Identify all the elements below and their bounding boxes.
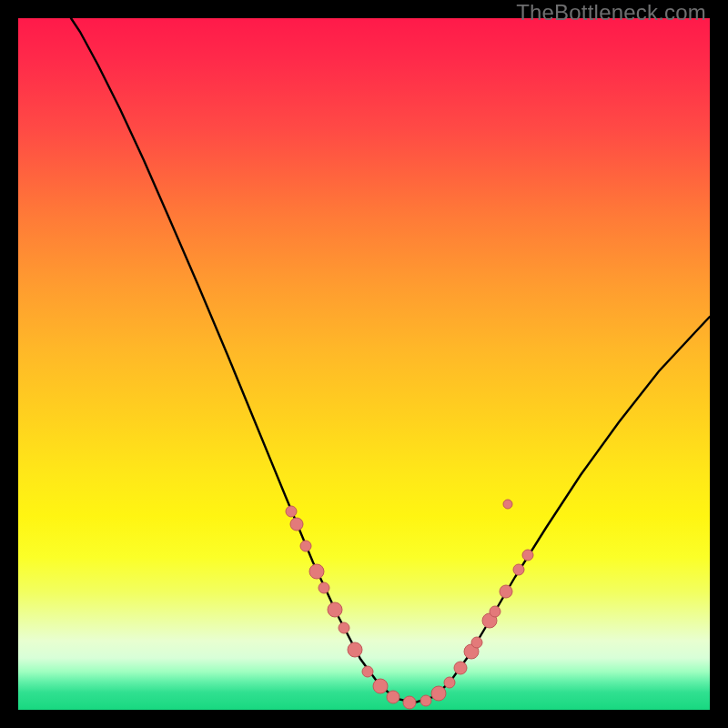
- chart-frame: TheBottleneck.com: [0, 0, 728, 728]
- data-marker: [300, 541, 311, 551]
- data-marker: [286, 506, 297, 517]
- chart-svg: [18, 18, 710, 710]
- markers-group: [286, 500, 533, 709]
- data-marker: [328, 602, 342, 617]
- data-marker: [522, 550, 533, 561]
- data-marker: [431, 686, 446, 701]
- data-marker: [513, 564, 524, 575]
- data-marker: [362, 666, 373, 677]
- data-marker: [339, 622, 349, 633]
- data-marker: [348, 642, 362, 657]
- data-marker: [318, 582, 329, 593]
- data-marker: [373, 679, 388, 693]
- data-marker: [500, 585, 512, 598]
- data-marker: [387, 691, 399, 703]
- data-marker: [490, 606, 500, 617]
- data-marker: [290, 518, 303, 531]
- data-marker: [309, 564, 324, 579]
- data-marker: [444, 677, 455, 688]
- data-marker: [503, 500, 512, 509]
- data-marker: [420, 695, 431, 706]
- data-marker: [403, 696, 416, 709]
- data-marker: [454, 662, 467, 674]
- data-marker: [471, 637, 482, 648]
- bottleneck-curve: [71, 18, 710, 703]
